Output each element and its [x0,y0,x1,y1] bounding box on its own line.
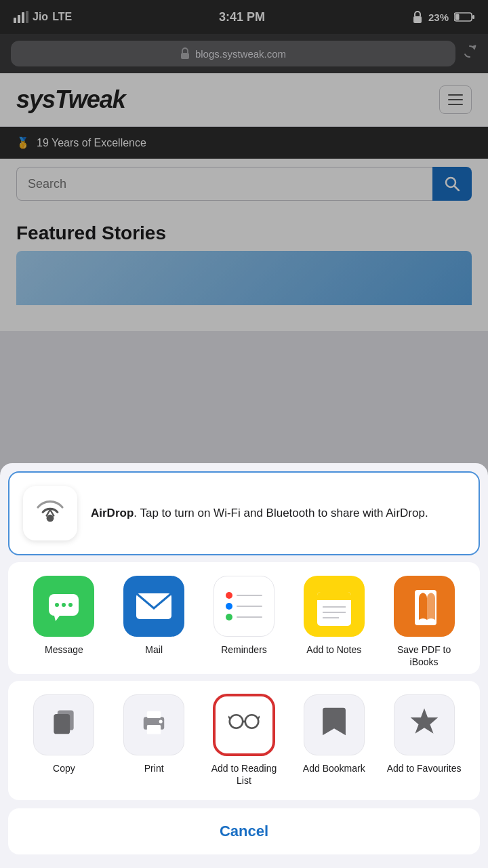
favourites-label: Add to Favourites [387,762,462,774]
svg-marker-35 [410,708,438,733]
svg-rect-27 [147,725,161,734]
reminder-dot-1 [226,592,232,599]
bookmark-ribbon-icon [319,707,349,736]
copy-pages-icon [49,707,79,736]
readinglist-label: Add to Reading List [203,762,285,787]
share-apps-row-1: Message Mail [8,562,480,673]
svg-point-16 [68,603,73,607]
notes-label: Add to Notes [306,644,361,656]
svg-point-14 [55,603,59,607]
share-favourites-item[interactable]: Add to Favourites [384,694,465,787]
message-icon [33,576,94,637]
share-apps-row-2: Copy Print [8,681,480,800]
share-copy-item[interactable]: Copy [23,694,104,787]
reminders-icon [214,576,274,637]
share-reminders-item[interactable]: Reminders [203,576,285,668]
ibooks-icon [394,576,455,637]
star-icon [409,707,439,736]
svg-point-15 [62,603,66,607]
airdrop-section[interactable]: AirDrop. Tap to turn on Wi-Fi and Blueto… [8,471,480,555]
reminder-dot-2 [226,603,232,610]
print-label: Print [144,762,164,774]
share-mail-item[interactable]: Mail [113,576,195,668]
share-notes-item[interactable]: Add to Notes [293,576,375,668]
message-label: Message [45,644,83,656]
notes-icon [304,576,365,637]
reading-glasses-icon [228,706,260,737]
svg-point-29 [159,719,163,723]
svg-line-33 [228,717,230,718]
svg-marker-13 [54,616,60,621]
copy-label: Copy [53,762,75,774]
share-sheet: AirDrop. Tap to turn on Wi-Fi and Blueto… [0,463,488,868]
reminders-label: Reminders [221,644,267,656]
share-bookmark-item[interactable]: Add Bookmark [293,694,375,787]
cancel-button[interactable]: Cancel [8,808,480,854]
svg-line-34 [258,717,260,718]
share-ibooks-item[interactable]: Save PDF to iBooks [384,576,465,668]
readinglist-icon [214,694,274,755]
airdrop-signal-icon [32,495,68,532]
ibooks-label: Save PDF to iBooks [384,644,465,668]
reminder-dot-3 [226,614,232,620]
svg-point-31 [245,715,258,728]
reminders-inner [220,583,268,630]
airdrop-title: AirDrop [91,507,134,519]
message-bubble-icon [46,589,81,624]
print-printer-icon [139,707,169,736]
print-icon [123,694,184,755]
svg-rect-28 [147,711,161,717]
copy-icon [33,694,94,755]
cancel-section: Cancel [0,800,488,868]
share-message-item[interactable]: Message [23,576,104,668]
share-print-item[interactable]: Print [113,694,195,787]
mail-icon [123,576,184,637]
mail-label: Mail [145,644,163,656]
bookmark-icon [304,694,365,755]
notes-pad-icon [314,585,354,627]
svg-point-30 [230,715,243,728]
airdrop-text: AirDrop. Tap to turn on Wi-Fi and Blueto… [91,505,428,521]
ibooks-book-icon [405,587,443,625]
bookmark-label: Add Bookmark [303,762,365,774]
mail-envelope-icon [135,592,173,620]
share-readinglist-item[interactable]: Add to Reading List [203,694,285,787]
svg-rect-25 [54,714,70,734]
airdrop-icon [23,486,77,540]
favourites-icon [394,694,455,755]
share-sheet-overlay: AirDrop. Tap to turn on Wi-Fi and Blueto… [0,0,488,868]
airdrop-description: . Tap to turn on Wi-Fi and Bluetooth to … [134,507,428,519]
svg-point-11 [47,515,54,522]
svg-rect-20 [317,596,351,600]
